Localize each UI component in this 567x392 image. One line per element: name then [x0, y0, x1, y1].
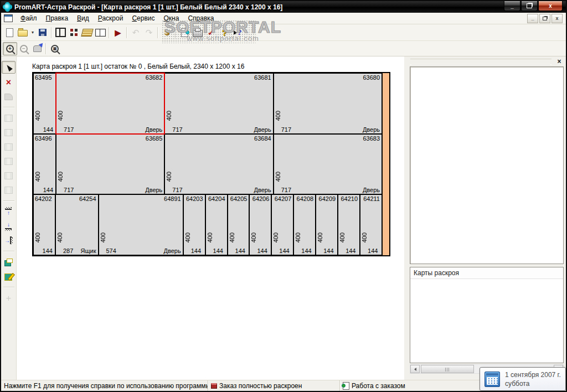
panel-63683[interactable]: 63683400717Дверь: [274, 134, 382, 195]
offcut-strip[interactable]: [382, 73, 389, 255]
panel-id: 63684: [254, 135, 271, 142]
run-cutting-icon[interactable]: ▶: [111, 27, 125, 39]
panel-id: 63682: [146, 74, 163, 81]
date-line: 1 сентября 2007 г.: [505, 371, 561, 379]
menu-раскрой[interactable]: Раскрой: [94, 13, 128, 23]
toolbar-separator: [3, 107, 14, 108]
panel-name-label: Дверь: [363, 187, 380, 193]
panel-width-label: 144: [213, 247, 223, 254]
panel-id: 63683: [363, 135, 380, 142]
print-icon[interactable]: [191, 27, 204, 39]
toolbar-separator: [3, 251, 14, 252]
sheet-layers-icon[interactable]: [80, 27, 94, 39]
panel-64208[interactable]: 64208400144: [293, 194, 316, 255]
dock-grab-bar[interactable]: [410, 59, 551, 65]
panel-64209[interactable]: 64209400144: [316, 194, 338, 255]
report-book-icon[interactable]: [94, 27, 107, 39]
pan-hand-icon[interactable]: [30, 43, 44, 55]
child-close-button[interactable]: x: [551, 14, 563, 23]
toolbar-separator: [3, 287, 14, 288]
copy-map-icon[interactable]: [178, 27, 191, 39]
panel-height-label: 400: [34, 172, 41, 182]
save-icon[interactable]: [36, 27, 49, 39]
panel-63682[interactable]: 63682400717Дверь: [55, 73, 165, 135]
open-file-icon[interactable]: [16, 27, 29, 39]
panel-64202[interactable]: 64202400144: [33, 194, 55, 255]
press-side-icon[interactable]: →: [2, 235, 15, 246]
panel-63680[interactable]: 63680400717Дверь: [274, 73, 382, 134]
select-tool-icon[interactable]: [2, 61, 16, 74]
panel-63495[interactable]: 63495400144: [33, 73, 56, 134]
panel-width-label: 287: [63, 247, 73, 254]
panel-width-label: 144: [191, 247, 201, 254]
panel-width-label: 144: [279, 247, 289, 254]
panel-64207[interactable]: 64207400144: [271, 194, 293, 255]
panel-64254[interactable]: 64254400287Ящик: [55, 194, 99, 255]
menu-справка[interactable]: Справка: [183, 13, 218, 23]
map-preview-list[interactable]: [410, 66, 564, 264]
panel-height-label: 400: [184, 233, 191, 243]
panel-id: 64254: [79, 195, 96, 202]
zoom-in-icon[interactable]: +: [3, 42, 17, 55]
status-text: Заказ полностью раскроен: [219, 382, 302, 390]
panel-63496[interactable]: 63496400144: [33, 134, 56, 195]
panel-63685[interactable]: 63685400717Дверь: [56, 134, 164, 195]
panel-id: 64206: [252, 195, 270, 202]
group-pieces-icon: [2, 170, 15, 182]
panel-64211[interactable]: 64211400144: [360, 194, 382, 255]
panel-64206[interactable]: 64206400144: [249, 194, 271, 255]
toolbar-separator: [157, 27, 158, 38]
toolbar-separator: [45, 43, 47, 54]
help-icon[interactable]: ?: [218, 27, 231, 39]
delete-piece-icon[interactable]: ×: [2, 76, 15, 88]
context-help-icon[interactable]: ?: [231, 27, 244, 39]
cutting-grid-icon[interactable]: [67, 27, 80, 39]
child-window-controls: _ x: [527, 14, 564, 23]
press-down-icon[interactable]: ↓: [2, 220, 15, 232]
panel-63681[interactable]: 63681400717Дверь: [164, 73, 273, 134]
close-button[interactable]: x: [538, 1, 563, 11]
scrollbar-thumb[interactable]: [421, 365, 474, 373]
maps-listbox: Карты раскроя: [410, 267, 564, 363]
panel-width-label: 717: [172, 187, 182, 193]
minimize-button[interactable]: _: [504, 1, 520, 11]
panel-64891[interactable]: 64891400574Дверь: [99, 194, 183, 255]
material-panels-icon[interactable]: [54, 27, 67, 39]
zoom-fit-icon[interactable]: ▣: [48, 43, 61, 55]
restore-button[interactable]: [521, 1, 538, 11]
price-icon[interactable]: Э: [160, 27, 173, 39]
menu-сервис[interactable]: Сервис: [127, 13, 159, 23]
menu-вид[interactable]: Вид: [73, 13, 94, 23]
child-minimize-button[interactable]: _: [527, 14, 538, 23]
panel-height-label: 400: [166, 111, 172, 121]
maps-list-body[interactable]: [410, 279, 563, 363]
panel-name-label: Дверь: [164, 247, 181, 254]
confirm-check-icon[interactable]: ✓: [204, 27, 218, 39]
child-restore-button[interactable]: [539, 14, 550, 23]
work-order-icon: [343, 382, 349, 390]
press-up-icon[interactable]: ↑: [2, 206, 15, 218]
open-dropdown-icon[interactable]: ▾: [29, 27, 36, 39]
panel-id: 64209: [319, 195, 336, 202]
panel-64205[interactable]: 64205400144: [228, 194, 250, 255]
menu-окна[interactable]: Окна: [159, 13, 184, 23]
main-area: ×↑↓→1+1+ Карта раскроя 1 [1 шт.] остаток…: [1, 56, 566, 380]
new-map-icon[interactable]: 1+1: [2, 256, 15, 268]
menu-правка[interactable]: Правка: [42, 13, 73, 23]
status-text: Нажмите F1 для получения справки по испо…: [4, 382, 208, 390]
edit-map-icon[interactable]: [2, 271, 15, 282]
panel-64210[interactable]: 64210400144: [338, 194, 360, 255]
map-row: 6420240014464254400287Ящик64891400574Две…: [33, 194, 382, 255]
panel-width-label: 717: [172, 126, 182, 133]
panel-63684[interactable]: 63684400717Дверь: [164, 134, 273, 195]
maps-list-header[interactable]: Карты раскроя: [410, 267, 563, 279]
panel-id: 63496: [35, 135, 52, 142]
new-document-icon[interactable]: [3, 27, 16, 39]
child-window-icon[interactable]: [4, 14, 13, 22]
scroll-left-button[interactable]: [410, 365, 420, 373]
dock-close-icon[interactable]: ×: [555, 58, 563, 65]
panel-height-label: 400: [339, 233, 346, 243]
panel-64203[interactable]: 64203400144: [183, 194, 205, 255]
menu-файл[interactable]: Файл: [16, 13, 42, 23]
panel-64204[interactable]: 64204400144: [205, 194, 228, 255]
